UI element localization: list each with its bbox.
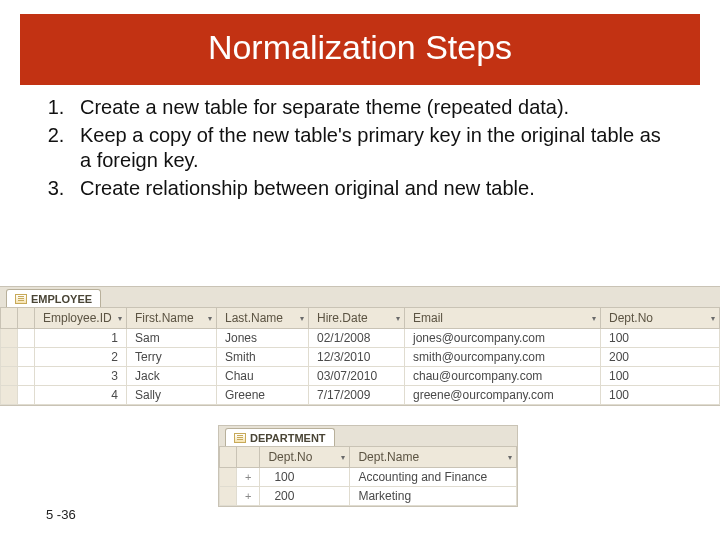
cell-hire[interactable]: 02/1/2008 <box>309 329 405 348</box>
table-row[interactable]: + 100 Accounting and Finance <box>220 468 517 487</box>
col-last-name[interactable]: Last.Name▾ <box>217 308 309 329</box>
cell-dept-no[interactable]: 200 <box>260 487 350 506</box>
table-row[interactable]: + 200 Marketing <box>220 487 517 506</box>
step-1: Create a new table for separate theme (r… <box>70 95 674 121</box>
table-icon <box>15 294 27 304</box>
row-selector[interactable] <box>1 329 18 348</box>
department-tab-label: DEPARTMENT <box>250 432 326 444</box>
cell-email[interactable]: chau@ourcompany.com <box>405 367 601 386</box>
cell-first[interactable]: Sam <box>127 329 217 348</box>
row-selector[interactable] <box>1 348 18 367</box>
expand-toggle[interactable]: + <box>237 468 260 487</box>
department-header-row: Dept.No▾ Dept.Name▾ <box>220 447 517 468</box>
expand-header <box>237 447 260 468</box>
cell-email[interactable]: smith@ourcompany.com <box>405 348 601 367</box>
employee-datasheet: EMPLOYEE Employee.ID▾ First.Name▾ Last.N… <box>0 286 720 406</box>
step-2: Keep a copy of the new table's primary k… <box>70 123 674 174</box>
row-selector[interactable] <box>220 487 237 506</box>
cell-dept-no[interactable]: 100 <box>260 468 350 487</box>
col-dept-no[interactable]: Dept.No▾ <box>601 308 720 329</box>
cell-id[interactable]: 4 <box>35 386 127 405</box>
expand-toggle[interactable] <box>18 367 35 386</box>
slide-number: 5 -36 <box>46 507 76 522</box>
table-row[interactable]: 2 Terry Smith 12/3/2010 smith@ourcompany… <box>1 348 720 367</box>
employee-grid: Employee.ID▾ First.Name▾ Last.Name▾ Hire… <box>0 307 720 405</box>
dropdown-icon[interactable]: ▾ <box>341 453 345 462</box>
table-row[interactable]: 4 Sally Greene 7/17/2009 greene@ourcompa… <box>1 386 720 405</box>
expand-toggle[interactable]: + <box>237 487 260 506</box>
table-row[interactable]: 3 Jack Chau 03/07/2010 chau@ourcompany.c… <box>1 367 720 386</box>
col-email[interactable]: Email▾ <box>405 308 601 329</box>
employee-tab-label: EMPLOYEE <box>31 293 92 305</box>
col-employee-id[interactable]: Employee.ID▾ <box>35 308 127 329</box>
cell-last[interactable]: Smith <box>217 348 309 367</box>
row-selector[interactable] <box>220 468 237 487</box>
cell-dept-name[interactable]: Marketing <box>350 487 517 506</box>
cell-dept[interactable]: 200 <box>601 348 720 367</box>
dropdown-icon[interactable]: ▾ <box>118 314 122 323</box>
employee-tab-row: EMPLOYEE <box>0 287 720 307</box>
table-row[interactable]: 1 Sam Jones 02/1/2008 jones@ourcompany.c… <box>1 329 720 348</box>
department-tab[interactable]: DEPARTMENT <box>225 428 335 446</box>
expand-toggle[interactable] <box>18 348 35 367</box>
cell-dept[interactable]: 100 <box>601 329 720 348</box>
table-icon <box>234 433 246 443</box>
expand-toggle[interactable] <box>18 386 35 405</box>
dropdown-icon[interactable]: ▾ <box>396 314 400 323</box>
col-dept-name[interactable]: Dept.Name▾ <box>350 447 517 468</box>
steps-list: Create a new table for separate theme (r… <box>40 95 674 201</box>
department-datasheet: DEPARTMENT Dept.No▾ Dept.Name▾ + 100 Acc… <box>218 425 518 507</box>
cell-hire[interactable]: 03/07/2010 <box>309 367 405 386</box>
row-selector-header <box>1 308 18 329</box>
employee-header-row: Employee.ID▾ First.Name▾ Last.Name▾ Hire… <box>1 308 720 329</box>
cell-id[interactable]: 1 <box>35 329 127 348</box>
department-tab-row: DEPARTMENT <box>219 426 517 446</box>
step-3: Create relationship between original and… <box>70 176 674 202</box>
cell-dept-name[interactable]: Accounting and Finance <box>350 468 517 487</box>
col-first-name[interactable]: First.Name▾ <box>127 308 217 329</box>
dropdown-icon[interactable]: ▾ <box>592 314 596 323</box>
cell-last[interactable]: Chau <box>217 367 309 386</box>
cell-dept[interactable]: 100 <box>601 367 720 386</box>
dropdown-icon[interactable]: ▾ <box>300 314 304 323</box>
employee-tab[interactable]: EMPLOYEE <box>6 289 101 307</box>
cell-email[interactable]: greene@ourcompany.com <box>405 386 601 405</box>
row-selector-header <box>220 447 237 468</box>
cell-id[interactable]: 3 <box>35 367 127 386</box>
cell-email[interactable]: jones@ourcompany.com <box>405 329 601 348</box>
title-bar: Normalization Steps <box>20 14 700 85</box>
row-selector[interactable] <box>1 367 18 386</box>
col-hire-date[interactable]: Hire.Date▾ <box>309 308 405 329</box>
slide-title: Normalization Steps <box>208 28 512 66</box>
cell-id[interactable]: 2 <box>35 348 127 367</box>
cell-hire[interactable]: 7/17/2009 <box>309 386 405 405</box>
expand-header <box>18 308 35 329</box>
cell-first[interactable]: Sally <box>127 386 217 405</box>
cell-first[interactable]: Jack <box>127 367 217 386</box>
cell-dept[interactable]: 100 <box>601 386 720 405</box>
expand-toggle[interactable] <box>18 329 35 348</box>
cell-last[interactable]: Jones <box>217 329 309 348</box>
row-selector[interactable] <box>1 386 18 405</box>
col-dept-no[interactable]: Dept.No▾ <box>260 447 350 468</box>
dropdown-icon[interactable]: ▾ <box>711 314 715 323</box>
dropdown-icon[interactable]: ▾ <box>508 453 512 462</box>
dropdown-icon[interactable]: ▾ <box>208 314 212 323</box>
cell-last[interactable]: Greene <box>217 386 309 405</box>
department-grid: Dept.No▾ Dept.Name▾ + 100 Accounting and… <box>219 446 517 506</box>
cell-hire[interactable]: 12/3/2010 <box>309 348 405 367</box>
cell-first[interactable]: Terry <box>127 348 217 367</box>
